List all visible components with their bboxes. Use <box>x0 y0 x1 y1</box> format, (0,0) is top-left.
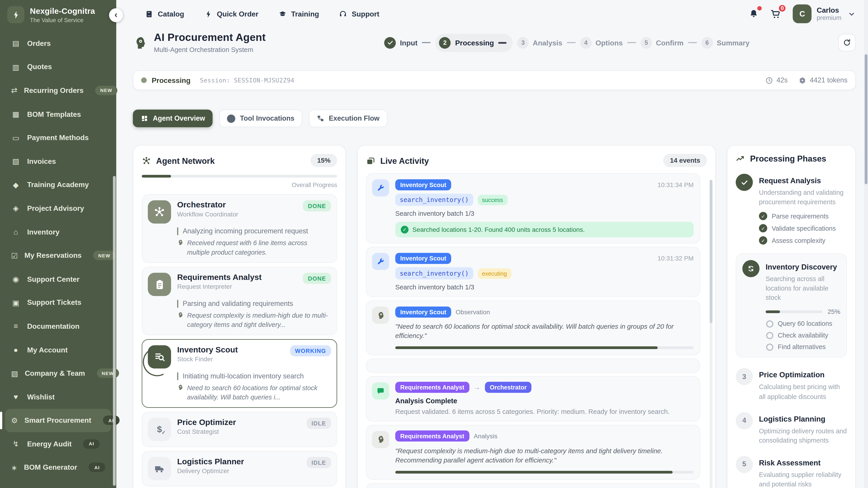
agent-task: Initiating multi-location inventory sear… <box>177 372 331 380</box>
sidebar-nav: ▤ Orders ▥ Quotes ⇄ Recurring Orders NEW <box>0 28 116 483</box>
sidebar-item[interactable]: ⚙ Smart Procurement AI <box>5 409 111 432</box>
topnav-catalog[interactable]: Catalog <box>145 10 184 18</box>
agent-chip: Inventory Scout <box>395 179 452 190</box>
step-processing-active[interactable]: 2 Processing <box>435 33 513 52</box>
sidebar-item[interactable]: ⌂ Inventory <box>5 220 111 243</box>
notifications-button[interactable] <box>749 8 759 19</box>
phase-request-analysis: Request Analysis Understanding and valid… <box>736 174 847 245</box>
stepper: Input 2 Processing 3 Analysis 4 Options <box>384 33 749 52</box>
agent-task: Analyzing incoming procurement request <box>177 228 331 235</box>
status-dot <box>141 77 147 83</box>
event-time: 10:31:34 PM <box>657 181 694 188</box>
topnav-training[interactable]: Training <box>278 10 319 18</box>
tab-tool-invocations[interactable]: Tool Invocations <box>219 109 302 127</box>
status-badge: DONE <box>303 273 331 284</box>
step-divider <box>688 42 697 43</box>
agent-card-logistics-planner[interactable]: Logistics Planner Delivery Optimizer IDL… <box>142 451 337 486</box>
step-options[interactable]: 4 Options <box>580 37 623 48</box>
sidebar-item[interactable]: ▭ Payment Methods <box>5 126 111 149</box>
inventory-icon: ⌂ <box>11 228 21 236</box>
phase-upcoming: 5 Risk Assessment Evaluating supplier re… <box>736 456 847 488</box>
sidebar-item[interactable]: ∗ BOM Generator AI <box>5 456 111 479</box>
sidebar-item[interactable]: ≡ Documentation <box>5 314 111 338</box>
sidebar-scrollbar[interactable] <box>113 176 116 486</box>
sidebar-item[interactable]: ◈ Project Advisory <box>5 197 111 220</box>
recurring-orders-icon: ⇄ <box>11 86 18 95</box>
support-tickets-icon: ▣ <box>11 298 21 307</box>
invoices-icon: ▧ <box>11 157 21 166</box>
step-divider <box>422 42 431 43</box>
clock-icon <box>765 76 773 85</box>
flow-icon <box>317 115 324 122</box>
step-analysis[interactable]: 3 Analysis <box>517 37 562 48</box>
page-scrollbar-thumb[interactable] <box>865 54 867 184</box>
step-summary[interactable]: 6 Summary <box>701 37 749 48</box>
topnav-support[interactable]: Support <box>339 10 379 18</box>
sidebar-item[interactable]: ▤ Orders <box>5 32 111 55</box>
user-menu[interactable]: C Carlos premium <box>793 4 856 23</box>
tool-result: ✓ Searched locations 1-20. Found 400 uni… <box>395 222 694 237</box>
phase-number: 3 <box>736 368 753 385</box>
chevron-down-icon <box>847 10 856 18</box>
my-reservations-icon: ☑ <box>11 251 18 260</box>
agent-card-orchestrator[interactable]: Orchestrator Workflow Coordinator DONE A… <box>142 194 337 263</box>
sidebar-item[interactable]: ♥ Wishlist <box>5 385 111 409</box>
sidebar-item[interactable]: ◉ Support Center <box>5 267 111 291</box>
tool-status-chip: success <box>477 195 507 205</box>
payment-methods-icon: ▭ <box>11 133 21 142</box>
step-divider <box>627 42 636 43</box>
sidebar-item[interactable]: ↯ Energy Audit AI <box>5 432 111 456</box>
truck-icon <box>148 457 171 480</box>
brand: Nexgile-Cognitra The Value of Service <box>0 0 116 28</box>
phases-title: Processing Phases <box>750 154 826 163</box>
live-activity-panel: Live Activity 14 events Inventory Scout … <box>357 145 716 488</box>
cart-button[interactable]: 0 <box>770 8 782 20</box>
sidebar-item[interactable]: ☑ My Reservations NEW <box>5 243 111 267</box>
sidebar-item-label: My Reservations <box>24 251 82 260</box>
step-input[interactable]: Input <box>384 37 417 48</box>
phase-sync-icon <box>742 260 760 277</box>
sidebar-item[interactable]: ⇄ Recurring Orders NEW <box>5 78 111 102</box>
sidebar-item-label: Wishlist <box>27 393 55 401</box>
sidebar-item[interactable]: ▧ Invoices <box>5 149 111 173</box>
sidebar-item-label: BOM Templates <box>27 110 81 118</box>
insight-head-icon <box>177 239 184 246</box>
event-tool-call: Inventory Scout 10:31:34 PM search_inven… <box>366 173 700 243</box>
sidebar-item[interactable]: ▥ Quotes <box>5 55 111 78</box>
energy-audit-icon: ↯ <box>11 440 21 448</box>
sidebar-item[interactable]: ◆ Training Academy <box>5 173 111 196</box>
activity-scrollbar-thumb[interactable] <box>710 180 712 323</box>
step-confirm[interactable]: 5 Confirm <box>640 37 684 48</box>
sidebar-collapse-button[interactable]: ‹ <box>109 8 123 22</box>
phase-task: Query 60 locations <box>766 320 840 328</box>
tab-agent-overview[interactable]: Agent Overview <box>133 109 213 127</box>
ai-agent-head-icon <box>133 35 148 50</box>
sidebar-item[interactable]: ▦ BOM Templates <box>5 102 111 126</box>
event-description: Search inventory batch 1/3 <box>395 210 694 217</box>
status-badge: IDLE <box>307 457 331 468</box>
brand-name: Nexgile-Cognitra <box>30 6 95 15</box>
sidebar-item[interactable]: ● My Account <box>5 338 111 361</box>
event-time: 10:31:32 PM <box>657 255 694 261</box>
sidebar-item[interactable]: ▨ Company & Team NEW <box>5 361 111 385</box>
sidebar-item-label: Energy Audit <box>27 440 72 448</box>
event-observation: Requirements Analyst Analysis "Request c… <box>366 425 700 480</box>
sidebar-item[interactable]: ▣ Support Tickets <box>5 291 111 314</box>
tab-execution-flow[interactable]: Execution Flow <box>309 109 387 127</box>
overall-progress-pill: 15% <box>311 154 337 167</box>
refresh-button[interactable] <box>838 34 856 51</box>
phase-task: Check availability <box>766 332 840 339</box>
session-id: Session: SESSION-MJSU2Z94 <box>200 76 294 84</box>
agent-card-requirements-analyst[interactable]: Requirements Analyst Request Interpreter… <box>142 267 337 335</box>
event-empty <box>366 358 700 373</box>
agent-card-inventory-scout[interactable]: Inventory Scout Stock Finder WORKING Ini… <box>142 339 337 408</box>
sidebar-item-label: Documentation <box>27 322 80 330</box>
head-gear-icon <box>372 431 389 448</box>
status-badge: WORKING <box>290 345 331 356</box>
wrench-icon <box>372 253 389 270</box>
agent-card-price-optimizer[interactable]: $✓ Price Optimizer Cost Strategist IDLE <box>142 412 337 447</box>
tool-status-chip: executing <box>477 268 511 279</box>
page-subtitle: Multi-Agent Orchestration System <box>154 46 266 54</box>
documentation-icon: ≡ <box>11 322 21 330</box>
topnav-quick-order[interactable]: Quick Order <box>204 10 258 18</box>
